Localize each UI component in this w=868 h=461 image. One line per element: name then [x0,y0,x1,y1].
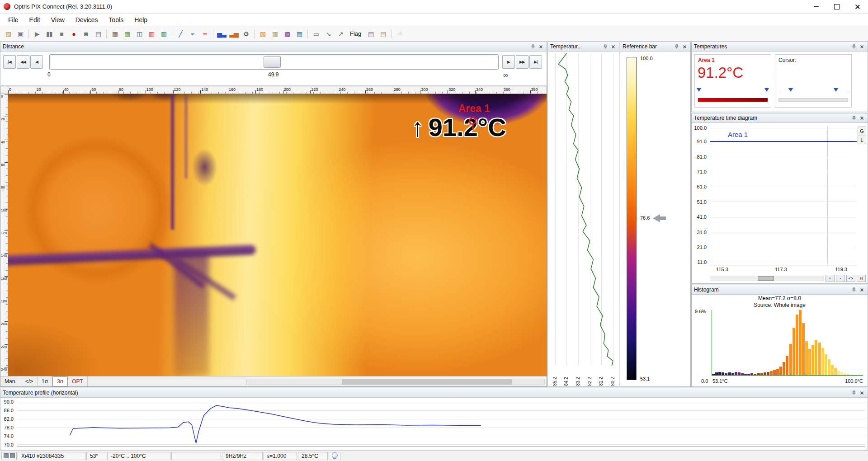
zoom-out-button[interactable]: - [836,275,845,282]
histogram-bar [728,372,731,375]
curve-export-icon[interactable]: ↘ [323,28,334,39]
palette-gradient-bar[interactable] [627,57,637,380]
time-diagram-scroll-thumb[interactable] [758,276,774,281]
maximize-icon [834,4,840,9]
layout-split-icon[interactable]: ◫ [134,28,145,39]
area1-range-slider[interactable] [698,87,768,95]
distance-slider-handle[interactable] [264,56,281,68]
pin-icon[interactable] [673,43,680,50]
cursor-range-slider[interactable] [778,87,848,95]
close-panel-icon[interactable] [859,43,865,50]
histogram-stats-label: Mean=77.2 σ=8.0 [692,295,868,301]
image-scrollbar[interactable] [246,379,545,385]
play-icon[interactable]: ▶ [32,28,42,39]
alarm-red-icon[interactable]: ▤ [365,28,376,39]
menu-item-file[interactable]: File [3,14,24,25]
cursor-max-marker-icon[interactable] [834,88,838,92]
histogram-blue-icon[interactable]: ▅▃ [216,28,227,39]
stop-icon[interactable]: ■ [56,28,67,39]
histogram-bar [818,343,821,375]
hold-button[interactable]: H [857,275,866,282]
pin-icon[interactable] [850,115,857,122]
back-button[interactable]: ◀ [30,55,43,69]
axis-tick-label: 78.0 [4,425,14,430]
menu-item-view[interactable]: View [46,14,70,25]
ruler-tick [228,90,228,94]
save-icon[interactable]: ▣ [15,28,26,39]
profile-chart-icon[interactable]: ╱ [175,28,186,39]
image-tab-idx1[interactable]: </> [21,376,38,386]
pin-icon[interactable] [850,390,857,396]
image-tab-man[interactable]: Man. [0,376,21,386]
layout-grid-green-icon[interactable]: ▦ [122,28,132,39]
pause-icon[interactable]: ▮▮ [44,28,55,39]
table-green-icon[interactable]: ▥ [158,28,169,39]
axis-tick-label: 83.2 [576,377,580,386]
dashed-line-icon[interactable]: ╍ [199,28,210,39]
menu-item-help[interactable]: Help [129,14,153,25]
menu-item-devices[interactable]: Devices [70,14,104,25]
fast-back-button[interactable]: ◀◀ [17,55,29,69]
cursor-min-marker-icon[interactable] [788,88,793,92]
menu-item-tools[interactable]: Tools [104,14,129,25]
histogram-source-select[interactable]: Whole image [774,302,806,308]
maximize-button[interactable] [826,0,847,13]
measure-icon[interactable]: ▭ [311,28,321,39]
close-panel-icon[interactable] [859,390,865,396]
temp-scale-icon[interactable]: ▥ [269,28,280,39]
snapshot-icon[interactable]: ◙ [80,28,91,39]
fast-forward-button[interactable]: ▶▶ [516,55,528,69]
mosaic-icon[interactable]: ▦ [294,28,305,39]
copy-icon[interactable]: ▤ [93,28,104,39]
palette-icon[interactable]: ▧ [257,28,268,39]
forward-button[interactable]: ▶ [502,55,515,69]
pin-icon[interactable] [850,287,857,293]
open-file-icon[interactable]: ▨ [3,28,14,39]
minimize-button[interactable] [806,0,826,13]
line-chart-icon[interactable]: ≈ [187,28,198,39]
diagram-button-l[interactable]: L [858,136,866,144]
pin-icon[interactable] [850,43,857,50]
thermal-image[interactable]: Area 1 ↑ 91.2°C [8,94,547,376]
distance-min-label: 0 [47,71,51,78]
time-diagram-scrollbar[interactable] [710,276,824,281]
flag-lamp-button[interactable] [329,452,340,460]
range-max-marker-icon[interactable] [764,88,769,92]
close-panel-icon[interactable] [610,43,617,50]
range-min-marker-icon[interactable] [697,88,701,92]
close-panel-icon[interactable] [859,115,865,122]
image-tab-3[interactable]: 3σ [52,376,68,386]
layout-grid-red-icon[interactable]: ▦ [109,28,120,39]
ruler-label: 40 [1,140,5,144]
first-frame-button[interactable]: |◀ [3,55,16,69]
close-button[interactable] [847,0,868,13]
reference-marker-tick [637,218,639,218]
table-red-icon[interactable]: ▥ [146,28,157,39]
close-panel-icon[interactable] [681,43,688,50]
diagram-button-g[interactable]: G [858,127,866,135]
alarm-orange-icon[interactable]: ▤ [377,28,388,39]
record-icon[interactable]: ● [68,28,79,39]
pin-icon[interactable] [602,43,609,50]
ruler-label: 40 [64,87,69,92]
last-frame-button[interactable]: ▶| [529,55,542,69]
reference-arrow-icon[interactable] [653,214,660,222]
tools-icon[interactable]: ⚙ [241,28,251,39]
curve-import-icon[interactable]: ↗ [335,28,346,39]
pin-icon[interactable] [529,43,536,50]
close-panel-icon[interactable] [538,43,544,50]
histogram-color-icon[interactable]: ▃▅ [228,28,239,39]
image-tab-1[interactable]: 1σ [38,376,52,386]
image-tab-opt[interactable]: OPT [68,376,88,386]
menu-item-edit[interactable]: Edit [24,14,46,25]
ruler-label: 120 [174,87,181,92]
color-settings-icon[interactable]: ▩ [282,28,292,39]
axis-tick-label: 80.2 [610,377,615,386]
zoom-in-button[interactable]: + [826,275,835,282]
distance-slider-track[interactable] [49,54,499,70]
zoom-fit-button[interactable]: <> [846,275,855,282]
image-scrollbar-thumb[interactable] [342,379,511,385]
histogram-marker-line [799,310,799,375]
close-panel-icon[interactable] [859,287,865,293]
hand-icon[interactable]: ☝ [394,28,405,39]
